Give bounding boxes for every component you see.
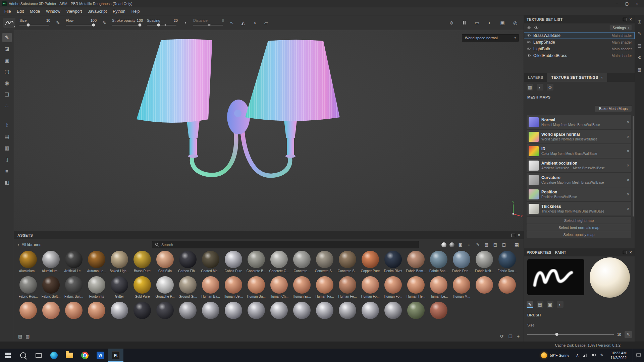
- material-tile[interactable]: Footprints: [85, 276, 108, 301]
- material-tile[interactable]: Human Ch...: [268, 276, 290, 301]
- material-tile[interactable]: Fabric Rou...: [17, 276, 40, 301]
- material-tile[interactable]: [359, 301, 382, 326]
- spacing-dot-icon[interactable]: ●: [182, 19, 189, 26]
- filter-smart-materials-icon[interactable]: [449, 242, 454, 247]
- material-tile[interactable]: [313, 301, 336, 326]
- material-tile[interactable]: Human Fa...: [313, 276, 336, 301]
- material-tile[interactable]: [473, 276, 496, 301]
- stencil-properties-icon[interactable]: ▣: [547, 301, 553, 308]
- layers-dock-icon[interactable]: ▦: [636, 66, 643, 73]
- material-tile[interactable]: Human Fe...: [336, 276, 359, 301]
- smudge-tool[interactable]: ◉: [2, 78, 12, 88]
- flow-slider[interactable]: [66, 23, 95, 27]
- material-tile[interactable]: Human He...: [405, 276, 427, 301]
- particles-tool[interactable]: ∴: [2, 101, 12, 111]
- material-tile[interactable]: Human Fo...: [382, 276, 405, 301]
- shelf-icon[interactable]: ▦: [2, 143, 12, 153]
- mesh-map-card[interactable]: Thickness Thickness Map from Mesh BrassW…: [527, 202, 631, 216]
- remove-mesh-map-icon[interactable]: ×: [627, 192, 629, 197]
- remove-mesh-map-icon[interactable]: ×: [627, 120, 629, 125]
- screenshot-camera-icon[interactable]: ◎: [512, 19, 519, 26]
- symmetry-icon[interactable]: ◭: [239, 19, 247, 26]
- viewport-3d[interactable]: World space normal ▾ Y X: [14, 30, 524, 231]
- folder-icon[interactable]: ❏: [508, 334, 513, 339]
- material-tile[interactable]: [405, 301, 427, 326]
- mesh-map-card[interactable]: World space normal World Space Normals B…: [527, 130, 631, 143]
- material-tile[interactable]: Cobalt Pure: [222, 250, 245, 276]
- material-tile[interactable]: Concrete C...: [268, 250, 290, 276]
- material-tile[interactable]: Concrete...: [290, 250, 313, 276]
- mesh-map-card[interactable]: Normal Normal Map from Mesh BrassWallBas…: [527, 115, 631, 129]
- texture-set-shader[interactable]: Main shader: [611, 47, 632, 51]
- brush-preset-button[interactable]: ▾: [3, 18, 15, 28]
- eraser-tool[interactable]: ◪: [2, 44, 12, 54]
- wall-sconce-model[interactable]: [137, 37, 343, 181]
- material-tile[interactable]: [427, 301, 450, 326]
- close-panel-icon[interactable]: ×: [630, 250, 632, 255]
- material-tile[interactable]: Fabric Suit...: [62, 276, 85, 301]
- shading-mode-dropdown[interactable]: World space normal ▾: [462, 34, 519, 42]
- filter-environments-icon[interactable]: ◫: [501, 242, 507, 248]
- minimize-button[interactable]: –: [612, 0, 622, 7]
- task-view-button[interactable]: [31, 349, 46, 362]
- bake-mesh-maps-button[interactable]: Bake Mesh Maps: [595, 105, 632, 112]
- material-tile[interactable]: Denim Rivet: [382, 250, 405, 276]
- material-tile[interactable]: Brass Pure: [131, 250, 154, 276]
- filter-alphas-icon[interactable]: ▦: [484, 242, 489, 248]
- remove-mesh-map-icon[interactable]: ×: [627, 178, 629, 182]
- display-settings-icon[interactable]: ▤: [2, 132, 12, 141]
- mesh-map-card[interactable]: Curvature Curvature Map from Mesh BrassW…: [527, 173, 631, 187]
- panel-toggle-icon[interactable]: ◫: [636, 18, 643, 25]
- material-tile[interactable]: Aluminium...: [17, 250, 40, 276]
- mirror-icon[interactable]: ◑: [251, 19, 258, 26]
- material-tile[interactable]: Fabric Knit...: [473, 250, 496, 276]
- material-tile[interactable]: Concrete S...: [336, 250, 359, 276]
- projection-tool[interactable]: ▣: [2, 56, 12, 65]
- document-icon[interactable]: ▯: [2, 155, 12, 164]
- details-view-icon[interactable]: ▥: [25, 334, 30, 339]
- weather-widget[interactable]: 59°F Sunny: [538, 352, 573, 358]
- tab-layers[interactable]: LAYERS: [524, 73, 547, 82]
- search-button[interactable]: [15, 349, 31, 362]
- texture-set-settings-dropdown[interactable]: Settings ▾: [610, 25, 632, 31]
- visibility-icon[interactable]: [527, 53, 531, 58]
- transform-gizmo-icon[interactable]: ▱: [262, 19, 270, 26]
- lazy-mouse-icon[interactable]: ∿: [228, 19, 235, 26]
- material-tile[interactable]: Gold Pure: [131, 276, 154, 301]
- material-tile[interactable]: Artificial Le...: [62, 250, 85, 276]
- material-tile[interactable]: [199, 301, 222, 326]
- maximize-button[interactable]: ▢: [622, 0, 632, 7]
- remove-mesh-map-icon[interactable]: ×: [627, 163, 629, 168]
- close-panel-icon[interactable]: ×: [630, 17, 632, 22]
- material-tile[interactable]: Human Ey...: [290, 276, 313, 301]
- select-map-button[interactable]: Select opacity map: [527, 231, 631, 238]
- hide-all-icon[interactable]: [534, 25, 539, 30]
- material-tile[interactable]: [176, 301, 199, 326]
- pause-engine-icon[interactable]: [461, 19, 468, 26]
- close-tab-icon[interactable]: ×: [601, 73, 603, 82]
- menu-file[interactable]: File: [1, 7, 14, 15]
- texture-set-row[interactable]: BrassWallBase Main shader: [524, 32, 635, 39]
- close-button[interactable]: ×: [632, 0, 642, 7]
- material-tile[interactable]: [131, 301, 154, 326]
- material-tile[interactable]: Human Ba...: [199, 276, 222, 301]
- shader-ball-icon[interactable]: ◐: [537, 84, 543, 90]
- panel-scrollbar[interactable]: [633, 116, 634, 217]
- file-explorer-button[interactable]: [62, 349, 77, 362]
- material-tile[interactable]: Fabric Bas...: [427, 250, 450, 276]
- export-icon[interactable]: ↥: [2, 121, 12, 130]
- texture-set-shader[interactable]: Main shader: [611, 40, 632, 44]
- float-panel-icon[interactable]: [511, 234, 515, 237]
- filter-smart-masks-icon[interactable]: ▣: [458, 242, 463, 248]
- refresh-icon[interactable]: ⟳: [500, 334, 504, 339]
- material-tile[interactable]: Baked Ligh...: [108, 250, 131, 276]
- material-tile[interactable]: [222, 301, 245, 326]
- material-tile[interactable]: Aluminium...: [40, 250, 62, 276]
- texture-set-row[interactable]: OiledRubbedBrass Main shader: [524, 52, 635, 59]
- material-tile[interactable]: [382, 301, 405, 326]
- shader-ball-icon[interactable]: ◐: [486, 19, 493, 26]
- brush-properties-icon[interactable]: ✎: [527, 301, 533, 308]
- clone-tool[interactable]: ❏: [2, 90, 12, 99]
- material-tile[interactable]: [108, 301, 131, 326]
- material-tile[interactable]: Fabric Rou...: [496, 250, 519, 276]
